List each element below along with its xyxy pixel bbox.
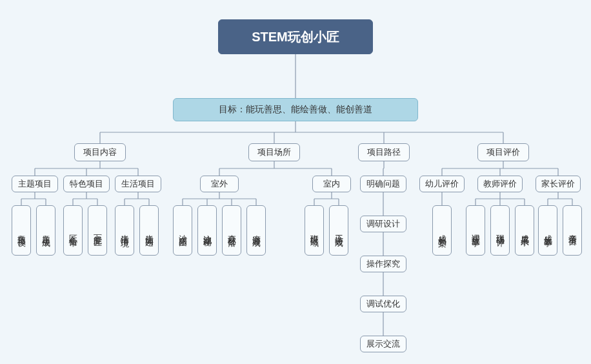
l3-child: 幼儿评价 bbox=[419, 176, 465, 192]
path-step-2: 操作探究 bbox=[360, 256, 406, 272]
leaf-teacher-0: 课程故事 bbox=[466, 205, 485, 256]
l3-teacher: 教师评价 bbox=[477, 176, 523, 192]
leaf-feature-1: 万能工匠 bbox=[88, 205, 107, 256]
leaf-outdoor-1: 泳池探秘 bbox=[197, 205, 217, 256]
leaf-life-0: 生活情境 bbox=[115, 205, 134, 256]
l3-parent: 家长评价 bbox=[536, 176, 581, 192]
leaf-indoor-0: 班级区域 bbox=[305, 205, 324, 256]
leaf-child-0: 成长档案 bbox=[432, 205, 452, 256]
l3-outdoor: 室外 bbox=[200, 176, 239, 192]
leaf-parent-0: 成长故事 bbox=[538, 205, 557, 256]
l3-topic: 主题项目 bbox=[12, 176, 58, 192]
leaf-outdoor-3: 廊道游戏 bbox=[246, 205, 266, 256]
path-step-0: 明确问题 bbox=[360, 176, 406, 192]
leaf-feature-0: 匠心集市 bbox=[63, 205, 83, 256]
leaf-teacher-2: 成果展示 bbox=[515, 205, 534, 256]
leaf-topic-0: 主题预设 bbox=[12, 205, 31, 256]
l3-life: 生活项目 bbox=[115, 176, 161, 192]
root-node: STEM玩创小匠 bbox=[218, 19, 373, 54]
l2-place: 项目场所 bbox=[248, 143, 300, 161]
leaf-teacher-1: 现场研评 bbox=[490, 205, 510, 256]
leaf-indoor-1: 工坊游戏 bbox=[329, 205, 348, 256]
leaf-parent-1: 亲子项目 bbox=[563, 205, 582, 256]
l2-content: 项目内容 bbox=[74, 143, 126, 161]
leaf-outdoor-0: 沙水乐园 bbox=[173, 205, 192, 256]
l3-feature: 特色项目 bbox=[63, 176, 110, 192]
leaf-outdoor-2: 森林部落 bbox=[222, 205, 241, 256]
path-step-3: 调试优化 bbox=[360, 296, 406, 312]
path-step-4: 展示交流 bbox=[360, 336, 406, 352]
leaf-topic-1: 主题生成 bbox=[36, 205, 55, 256]
goal-node: 目标：能玩善思、能绘善做、能创善道 bbox=[173, 98, 418, 121]
l3-indoor: 室内 bbox=[312, 176, 351, 192]
l2-eval: 项目评价 bbox=[477, 143, 529, 161]
leaf-life-1: 生活问题 bbox=[139, 205, 159, 256]
l2-path: 项目路径 bbox=[358, 143, 410, 161]
path-step-1: 调研设计 bbox=[360, 216, 406, 232]
